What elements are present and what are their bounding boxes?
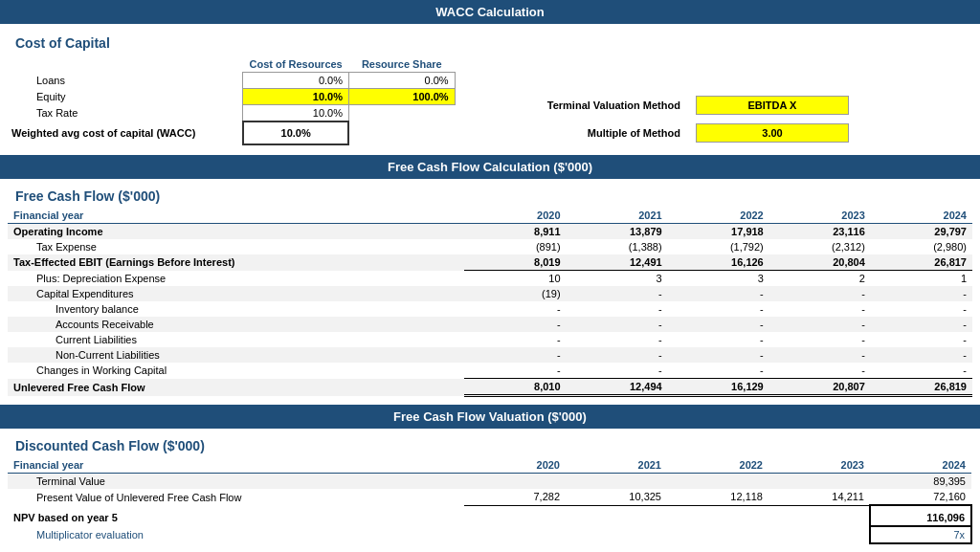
- mult-empty-2: [667, 526, 768, 543]
- equity-share[interactable]: 100.0%: [348, 89, 455, 105]
- wacc-label: Weighted avg cost of capital (WACC): [8, 121, 243, 144]
- fcf-row-1: Tax Expense(891)(1,388)(1,792)(2,312)(2,…: [8, 239, 972, 254]
- fcf-row-2: Tax-Effected EBIT (Earnings Before Inter…: [8, 254, 972, 271]
- fcf-row-0: Operating Income8,91113,87917,91823,1162…: [8, 224, 972, 240]
- dcf-val-1-4: 72,160: [870, 489, 971, 505]
- fcf-row-10: Unlevered Free Cash Flow8,01012,49416,12…: [8, 379, 972, 396]
- fcf-val-2-1: 12,491: [567, 254, 668, 271]
- year-2024: 2024: [871, 208, 972, 224]
- dcf-year-2024: 2024: [870, 457, 971, 474]
- npv-empty-0: [464, 505, 566, 526]
- fcf-val-2-0: 8,019: [464, 254, 566, 271]
- fcf-val-7-0: -: [464, 332, 566, 347]
- fcf-val-4-3: -: [769, 286, 871, 301]
- fcf-val-4-4: -: [871, 286, 972, 301]
- wacc-cost[interactable]: 10.0%: [243, 121, 349, 144]
- fcf-val-9-3: -: [769, 363, 871, 379]
- fcf-val-9-2: -: [668, 363, 769, 379]
- fcf-label-3: Plus: Depreciation Expense: [8, 271, 464, 287]
- year-2022: 2022: [668, 208, 769, 224]
- dcf-label-0: Terminal Value: [8, 474, 464, 490]
- dcf-year-2020: 2020: [464, 457, 566, 474]
- multiplicator-label: Multiplicator evaluation: [8, 526, 464, 543]
- dcf-val-0-4: 89,395: [870, 474, 971, 490]
- loans-share[interactable]: 0.0%: [348, 73, 455, 89]
- dcf-val-0-1: [566, 474, 667, 490]
- wacc-row: Weighted avg cost of capital (WACC) 10.0…: [8, 121, 972, 144]
- fcf-val-7-3: -: [769, 332, 871, 347]
- cost-of-capital-title: Cost of Capital: [8, 30, 972, 53]
- fcf-val-5-1: -: [567, 301, 668, 317]
- mult-empty-3: [768, 526, 870, 543]
- npv-label: NPV based on year 5: [8, 505, 464, 526]
- fcf-val-1-3: (2,312): [769, 239, 871, 254]
- fcf-label-6: Accounts Receivable: [8, 317, 464, 332]
- fcf-years-header: Financial year 2020 2021 2022 2023 2024: [8, 208, 972, 224]
- npv-empty-3: [768, 505, 870, 526]
- fcf-val-8-4: -: [871, 347, 972, 363]
- fcf-val-8-0: -: [464, 347, 566, 363]
- dcf-year-2023: 2023: [768, 457, 870, 474]
- fcf-val-3-2: 3: [668, 271, 769, 287]
- fcf-val-8-3: -: [769, 347, 871, 363]
- fcf-label-0: Operating Income: [8, 224, 464, 240]
- fcf-val-1-0: (891): [464, 239, 566, 254]
- tax-rate-label: Tax Rate: [8, 105, 243, 122]
- dcf-val-1-1: 10,325: [566, 489, 667, 505]
- dcf-val-1-0: 7,282: [464, 489, 566, 505]
- fcf-val-3-0: 10: [464, 271, 566, 287]
- fcf-val-7-2: -: [668, 332, 769, 347]
- fcf-label-7: Current Liabilities: [8, 332, 464, 347]
- fcf-label-1: Tax Expense: [8, 239, 464, 254]
- terminal-method-value[interactable]: EBITDA X: [696, 96, 849, 115]
- wacc-header: WACC Calculation: [0, 0, 980, 24]
- year-2023: 2023: [769, 208, 871, 224]
- fcf-section-header: Free Cash Flow Calculation ($'000): [0, 155, 980, 179]
- fcf-val-0-0: 8,911: [464, 224, 566, 240]
- fcf-val-2-4: 26,817: [871, 254, 972, 271]
- cost-resources-header: Cost of Resources: [243, 56, 349, 73]
- dcf-val-0-2: [667, 474, 768, 490]
- fcf-val-0-2: 17,918: [668, 224, 769, 240]
- fcf-val-10-2: 16,129: [668, 379, 769, 396]
- multiple-method-label: Multiple of Method: [588, 127, 680, 139]
- fcf-val-3-3: 2: [769, 271, 871, 287]
- fcf-label-2: Tax-Effected EBIT (Earnings Before Inter…: [8, 254, 464, 271]
- fcf-row-4: Capital Expenditures(19)----: [8, 286, 972, 301]
- fcf-val-2-2: 16,126: [668, 254, 769, 271]
- fcf-label-8: Non-Current Liabilities: [8, 347, 464, 363]
- equity-cost[interactable]: 10.0%: [243, 89, 349, 105]
- dcf-financial-year-label: Financial year: [8, 457, 464, 474]
- dcf-year-2022: 2022: [667, 457, 768, 474]
- fcf-val-8-2: -: [668, 347, 769, 363]
- loans-row: Loans 0.0% 0.0%: [8, 73, 972, 89]
- fcf-val-0-3: 23,116: [769, 224, 871, 240]
- fcf-val-5-0: -: [464, 301, 566, 317]
- fcf-val-10-0: 8,010: [464, 379, 566, 396]
- fcf-label-10: Unlevered Free Cash Flow: [8, 379, 464, 396]
- fcf-val-6-3: -: [769, 317, 871, 332]
- tax-rate-cost[interactable]: 10.0%: [243, 105, 349, 122]
- fcf-val-10-1: 12,494: [567, 379, 668, 396]
- fcf-val-5-3: -: [769, 301, 871, 317]
- dcf-title: Discounted Cash Flow ($'000): [8, 432, 972, 455]
- fcf-val-1-4: (2,980): [871, 239, 972, 254]
- dcf-val-0-3: [768, 474, 870, 490]
- loans-cost[interactable]: 0.0%: [243, 73, 349, 89]
- equity-label: Equity: [8, 89, 243, 105]
- npv-row: NPV based on year 5116,096: [8, 505, 971, 526]
- fcf-row-5: Inventory balance-----: [8, 301, 972, 317]
- fcf-val-6-0: -: [464, 317, 566, 332]
- fcf-row-6: Accounts Receivable-----: [8, 317, 972, 332]
- fcf-label-4: Capital Expenditures: [8, 286, 464, 301]
- financial-year-label: Financial year: [8, 208, 464, 224]
- fcf-val-6-2: -: [668, 317, 769, 332]
- fcf-val-3-4: 1: [871, 271, 972, 287]
- multiple-method-value[interactable]: 3.00: [696, 123, 849, 143]
- npv-value: 116,096: [870, 505, 971, 526]
- fcf-row-3: Plus: Depreciation Expense103321: [8, 271, 972, 287]
- multiplicator-row: Multiplicator evaluation7x: [8, 526, 971, 543]
- fcf-val-4-0: (19): [464, 286, 566, 301]
- resource-share-header: Resource Share: [348, 56, 455, 73]
- fcf-row-9: Changes in Working Capital-----: [8, 363, 972, 379]
